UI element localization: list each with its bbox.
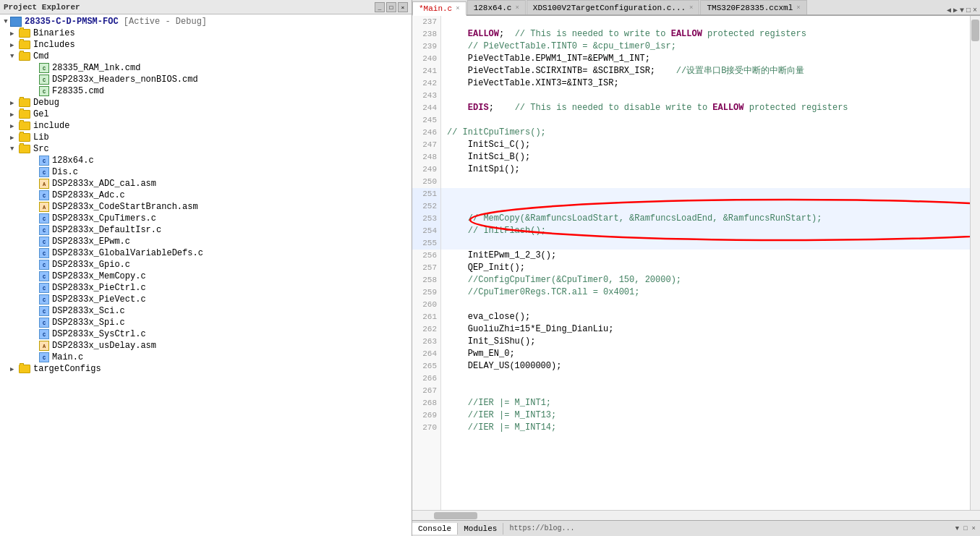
project-explorer-header: Project Explorer _ □ × xyxy=(0,0,412,14)
tree-item-DSP2833x_CpuTimers.c[interactable]: CDSP2833x_CpuTimers.c xyxy=(0,213,412,224)
line-number-241: 241 xyxy=(412,65,440,77)
tree-item-binaries[interactable]: ▶ Binaries xyxy=(0,27,412,39)
tree-item-DSP2833x_MemCopy.c[interactable]: CDSP2833x_MemCopy.c xyxy=(0,271,412,282)
code-line-252 xyxy=(441,200,970,213)
tab-close-btn[interactable]: × xyxy=(689,4,693,12)
tree-item-DSP2833x_Sci.c[interactable]: CDSP2833x_Sci.c xyxy=(0,305,412,317)
tree-item-include[interactable]: ▶ include xyxy=(0,120,412,132)
tab-close-btn[interactable]: × xyxy=(515,4,519,12)
tree-label: 28335_RAM_lnk.cmd xyxy=(52,63,140,73)
code-area[interactable]: EALLOW; // This is needed to write to EA… xyxy=(441,16,970,510)
tree-item-DSP2833x_PieCtrl.c[interactable]: CDSP2833x_PieCtrl.c xyxy=(0,282,412,294)
tree-item-DSP2833x_Adc.c[interactable]: CDSP2833x_Adc.c xyxy=(0,190,412,201)
tree-label: Gel xyxy=(33,109,49,119)
tree-item-DSP2833x_Gpio.c[interactable]: CDSP2833x_Gpio.c xyxy=(0,259,412,271)
file-icon: C xyxy=(39,283,49,293)
folder-arrow: ▶ xyxy=(10,99,19,107)
tree-item-targetConfigs[interactable]: ▶ targetConfigs xyxy=(0,363,412,375)
code-inner: 2372382392402412422432442452462472482492… xyxy=(412,16,980,510)
folder-arrow: ▶ xyxy=(10,111,19,119)
file-icon: C xyxy=(39,86,49,96)
tree-item-DSP2833x_Headers_nonBIOS.cmd[interactable]: CDSP2833x_Headers_nonBIOS.cmd xyxy=(0,74,412,85)
project-root-item[interactable]: ▼ 28335-C-D-PMSM-FOC [Active - Debug] xyxy=(0,16,412,27)
tree-item-F28335.cmd[interactable]: CF28335.cmd xyxy=(0,85,412,97)
tree-label: DSP2833x_ADC_cal.asm xyxy=(52,179,156,189)
line-number-270: 270 xyxy=(412,422,440,434)
bottom-icon-1[interactable]: ▼ xyxy=(954,524,960,533)
h-scrollbar-thumb[interactable] xyxy=(434,512,477,519)
file-icon: C xyxy=(39,190,49,200)
tab-close-btn[interactable]: × xyxy=(456,5,459,12)
editor-tabs-container: *Main.c ×128x64.c ×XDS100V2TargetConfigu… xyxy=(412,0,808,14)
editor-horizontal-scrollbar[interactable] xyxy=(412,510,980,520)
maximize-editor-btn[interactable]: □ xyxy=(966,7,971,14)
code-line-237 xyxy=(441,16,970,28)
tree-item-DSP2833x_SysCtrl.c[interactable]: CDSP2833x_SysCtrl.c xyxy=(0,328,412,340)
explorer-maximize-btn[interactable]: □ xyxy=(386,2,396,12)
line-number-259: 259 xyxy=(412,286,440,299)
tab-scroll-right-btn[interactable]: ▶ xyxy=(953,6,958,14)
tree-item-28335_RAM_lnk.cmd[interactable]: C28335_RAM_lnk.cmd xyxy=(0,62,412,74)
tree-item-DSP2833x_usDelay.asm[interactable]: ADSP2833x_usDelay.asm xyxy=(0,340,412,352)
tree-item-DSP2833x_PieVect.c[interactable]: CDSP2833x_PieVect.c xyxy=(0,294,412,305)
tree-item-Dis.c[interactable]: CDis.c xyxy=(0,166,412,178)
tree-item-gel[interactable]: ▶ Gel xyxy=(0,109,412,120)
folder-arrow: ▼ xyxy=(10,145,19,153)
file-icon: C xyxy=(39,352,49,362)
editor-tab-xds100v2[interactable]: XDS100V2TargetConfiguration.c... × xyxy=(527,0,700,14)
bottom-icon-3[interactable]: × xyxy=(971,524,977,533)
project-explorer-panel: Project Explorer _ □ × ▼ 28335-C-D-PMSM-… xyxy=(0,0,412,536)
tree-item-DSP2833x_GlobalVariableDefs.c[interactable]: CDSP2833x_GlobalVariableDefs.c xyxy=(0,247,412,259)
code-line-238: EALLOW; // This is needed to write to EA… xyxy=(441,28,970,41)
bottom-tab-console[interactable]: Console xyxy=(412,523,458,535)
file-icon: C xyxy=(39,237,49,247)
code-line-245 xyxy=(441,114,970,127)
tab-menu-btn[interactable]: ▼ xyxy=(960,7,964,14)
tree-item-DSP2833x_Spi.c[interactable]: CDSP2833x_Spi.c xyxy=(0,317,412,328)
line-number-255: 255 xyxy=(412,237,440,250)
project-icon xyxy=(10,17,22,27)
tree-item-debug[interactable]: ▶ Debug xyxy=(0,97,412,109)
tab-scroll-left-btn[interactable]: ◀ xyxy=(947,6,951,14)
editor-tab-main-c[interactable]: *Main.c × xyxy=(412,1,466,16)
scrollbar-thumb[interactable] xyxy=(971,20,979,41)
explorer-minimize-btn[interactable]: _ xyxy=(375,2,385,12)
tree-item-128x64.c[interactable]: C128x64.c xyxy=(0,155,412,166)
tree-label: DSP2833x_Gpio.c xyxy=(52,260,130,270)
tree-item-Main.c[interactable]: CMain.c xyxy=(0,352,412,363)
bottom-tab-modules[interactable]: Modules xyxy=(458,523,503,535)
code-line-242: PieVectTable.XINT3=&INT3_ISR; xyxy=(441,77,970,90)
line-number-260: 260 xyxy=(412,299,440,311)
editor-tab-128x64-c[interactable]: 128x64.c × xyxy=(467,0,526,14)
editor-tab-tms320[interactable]: TMS320F28335.ccxml × xyxy=(700,0,806,14)
code-line-253: // MemCopy(&RamfuncsLoadStart, &Ramfuncs… xyxy=(441,213,970,225)
line-number-246: 246 xyxy=(412,127,440,139)
explorer-close-btn[interactable]: × xyxy=(398,2,408,12)
file-icon: A xyxy=(39,341,49,351)
bottom-icon-2[interactable]: □ xyxy=(962,524,968,533)
tree-item-cmd[interactable]: ▼ Cmd xyxy=(0,51,412,62)
tree-item-DSP2833x_DefaultIsr.c[interactable]: CDSP2833x_DefaultIsr.c xyxy=(0,224,412,236)
line-number-268: 268 xyxy=(412,397,440,409)
tab-close-btn[interactable]: × xyxy=(796,4,800,12)
main-layout: Project Explorer _ □ × ▼ 28335-C-D-PMSM-… xyxy=(0,0,980,536)
tree-item-DSP2833x_CodeStartBranch.asm[interactable]: ADSP2833x_CodeStartBranch.asm xyxy=(0,201,412,213)
code-line-250 xyxy=(441,176,970,188)
tree-item-DSP2833x_ADC_cal.asm[interactable]: ADSP2833x_ADC_cal.asm xyxy=(0,178,412,190)
line-number-256: 256 xyxy=(412,250,440,262)
line-number-266: 266 xyxy=(412,373,440,385)
project-root-arrow: ▼ xyxy=(1,18,10,25)
tree-item-lib[interactable]: ▶ Lib xyxy=(0,132,412,143)
tree-item-src[interactable]: ▼ Src xyxy=(0,143,412,155)
editor-wrapper: 2372382392402412422432442452462472482492… xyxy=(412,16,980,520)
close-editor-btn[interactable]: × xyxy=(973,7,977,14)
editor-area: *Main.c ×128x64.c ×XDS100V2TargetConfigu… xyxy=(412,0,980,536)
editor-vertical-scrollbar[interactable] xyxy=(970,16,980,510)
tree-item-DSP2833x_EPwm.c[interactable]: CDSP2833x_EPwm.c xyxy=(0,236,412,247)
line-number-254: 254 xyxy=(412,225,440,237)
file-icon: C xyxy=(39,248,49,258)
folder-arrow: ▼ xyxy=(10,53,19,60)
file-icon: C xyxy=(39,75,49,85)
line-number-251: 251 xyxy=(412,188,440,200)
tree-item-includes[interactable]: ▶ Includes xyxy=(0,39,412,51)
